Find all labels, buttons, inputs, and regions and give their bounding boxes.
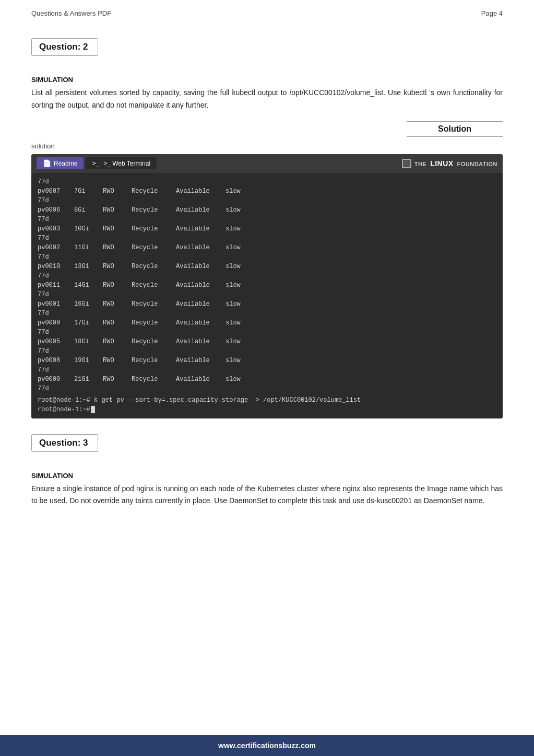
header-left: Questions & Answers PDF xyxy=(31,9,111,17)
terminal-body[interactable]: 77d pv0007 7Gi RWO Recycle Available slo… xyxy=(31,173,503,418)
header-right: Page 4 xyxy=(481,9,503,17)
terminal-row: pv0010 13Gi RWO Recycle Available slow xyxy=(38,262,496,271)
terminal-row: 77d xyxy=(38,346,496,356)
terminal-row: 77d xyxy=(38,215,496,224)
terminal-row: 77d xyxy=(38,365,496,375)
solution-label: Solution xyxy=(438,124,471,133)
terminal-row: 77d xyxy=(38,234,496,243)
tab-terminal[interactable]: >_ >_ Web Terminal xyxy=(86,157,157,169)
simulation-label-3: SIMULATION xyxy=(31,472,503,480)
terminal-row: 77d xyxy=(38,177,496,187)
terminal-row: pv0005 18Gi RWO Recycle Available slow xyxy=(38,337,496,346)
prompt-text: root@node-1:~# xyxy=(38,405,90,414)
terminal-row: pv0009 17Gi RWO Recycle Available slow xyxy=(38,318,496,328)
question-3-block: Question: 3 SIMULATION Ensure a single i… xyxy=(31,434,503,508)
terminal-row: pv0001 16Gi RWO Recycle Available slow xyxy=(38,299,496,309)
terminal-icon: >_ xyxy=(92,159,100,167)
question-2-text: List all persistent volumes sorted by ca… xyxy=(31,87,503,112)
question-2-title-box: Question: 2 xyxy=(31,38,98,56)
terminal-prompt: root@node-1:~# xyxy=(38,405,496,414)
simulation-label-2: SIMULATION xyxy=(31,76,503,84)
footer-url: www.certificationsbuzz.com xyxy=(218,741,316,750)
terminal-cursor xyxy=(91,406,95,413)
terminal-row: pv0003 10Gi RWO Recycle Available slow xyxy=(38,224,496,234)
terminal-row: pv0000 21Gi RWO Recycle Available slow xyxy=(38,375,496,384)
page-footer: www.certificationsbuzz.com xyxy=(0,735,534,756)
question-3-title: Question: 3 xyxy=(39,438,88,448)
tab-readme[interactable]: 📄 Readme xyxy=(37,157,84,169)
readme-icon: 📄 xyxy=(43,159,51,167)
question-3-title-box: Question: 3 xyxy=(31,434,98,452)
lf-box-icon xyxy=(402,159,411,168)
logo-the: THE xyxy=(414,161,427,167)
terminal-row: pv0006 8Gi RWO Recycle Available slow xyxy=(38,205,496,215)
terminal-row: pv0008 19Gi RWO Recycle Available slow xyxy=(38,356,496,365)
terminal-row: pv0007 7Gi RWO Recycle Available slow xyxy=(38,187,496,196)
lf-logo-text: THE LINUX FOUNDATION xyxy=(414,159,497,168)
solution-text-label: solution xyxy=(31,142,503,150)
terminal-container: 📄 Readme >_ >_ Web Terminal THE LINUX FO… xyxy=(31,154,503,418)
terminal-tabs: 📄 Readme >_ >_ Web Terminal THE LINUX FO… xyxy=(31,154,503,173)
tab-readme-label: Readme xyxy=(54,160,77,167)
terminal-row: pv0011 14Gi RWO Recycle Available slow xyxy=(38,281,496,290)
terminal-row: 77d xyxy=(38,196,496,205)
terminal-logo: THE LINUX FOUNDATION xyxy=(402,159,497,168)
page-header: Questions & Answers PDF Page 4 xyxy=(0,0,534,22)
terminal-row: 77d xyxy=(38,271,496,281)
terminal-row: 77d xyxy=(38,328,496,337)
question-2-block: Question: 2 SIMULATION List all persiste… xyxy=(31,38,503,418)
logo-linux: LINUX xyxy=(430,159,454,168)
terminal-command: root@node-1:~# k get pv --sort-by=.spec.… xyxy=(38,396,496,405)
terminal-row: 77d xyxy=(38,384,496,393)
question-3-text: Ensure a single instance of pod nginx is… xyxy=(31,483,503,508)
tab-terminal-label: >_ Web Terminal xyxy=(103,160,150,167)
terminal-row: 77d xyxy=(38,309,496,318)
terminal-row: pv0002 11Gi RWO Recycle Available slow xyxy=(38,243,496,252)
terminal-row: 77d xyxy=(38,252,496,262)
terminal-row: 77d xyxy=(38,290,496,299)
question-2-title: Question: 2 xyxy=(39,42,88,52)
logo-foundation: FOUNDATION xyxy=(457,161,497,167)
solution-section: Solution xyxy=(31,121,503,137)
